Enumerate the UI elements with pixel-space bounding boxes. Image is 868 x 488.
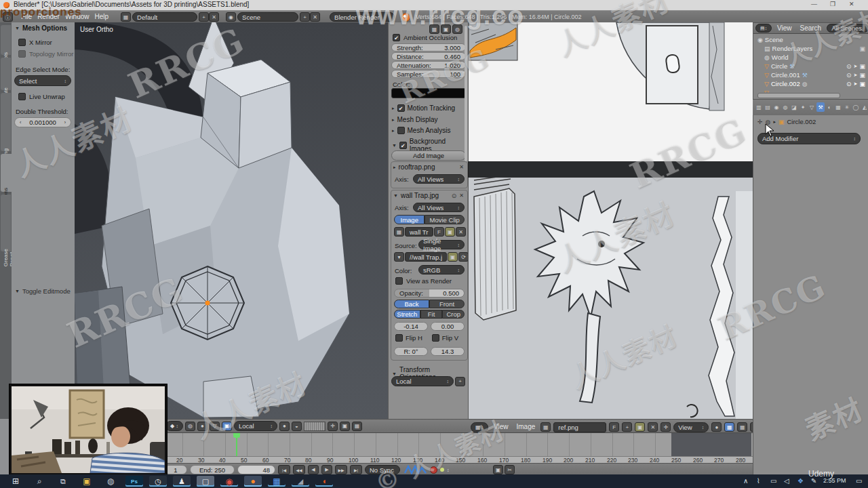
outliner-row-circle-002[interactable]: ▽ Circle.002 ◍ ⊙ ➤ ▣ — [764, 79, 865, 88]
tab-tools[interactable]: Tools — [1, 25, 11, 55]
properties-tab-icon[interactable]: ◪ — [790, 102, 798, 112]
scene-select[interactable]: Scene — [237, 12, 298, 22]
menu-search[interactable]: Search — [797, 24, 825, 33]
taskbar-app-icon[interactable]: ⌕ — [31, 476, 48, 487]
properties-tab-icon[interactable]: ▦ — [834, 102, 842, 112]
browse-image-icon[interactable]: ▦ — [540, 422, 551, 432]
live-unwrap-checkbox[interactable]: ✔ Live Unwrap — [18, 93, 65, 100]
edge-select-dropdown[interactable]: Select ↕ — [14, 75, 71, 86]
draw-mode-icon[interactable]: ◍ — [185, 422, 195, 431]
keying-dot[interactable] — [440, 468, 444, 472]
mesh-analysis-panel[interactable]: ▸ ✔ Mesh Analysis — [392, 127, 450, 134]
menu-help[interactable]: Help — [92, 11, 112, 23]
taskbar-app-icon[interactable]: ◢ — [292, 476, 309, 487]
outliner-scrollbar[interactable] — [757, 93, 840, 98]
select-icon[interactable]: ➤ — [854, 64, 858, 69]
viewport-3d[interactable]: User Ortho — [75, 22, 388, 419]
channel-rgba-icon[interactable]: ▦ — [737, 422, 747, 432]
fake-user-button[interactable]: F — [609, 422, 619, 432]
flip-h-checkbox[interactable]: ✔ Flip H — [395, 334, 422, 342]
unlink-icon[interactable]: ✕ — [456, 227, 466, 237]
properties-tab-icon[interactable]: ◍ — [781, 102, 789, 112]
open-image-icon[interactable]: ▣ — [445, 227, 455, 237]
eye-icon[interactable]: ⊙ — [846, 63, 852, 70]
tab-grease-pencil[interactable]: Grease Pencil — [1, 195, 11, 251]
taskbar-app-icon[interactable]: ▣ — [78, 476, 96, 487]
tray-chevron-icon[interactable]: ∧ — [743, 477, 748, 485]
minimize-icon[interactable]: — — [811, 1, 817, 7]
add-orientation-icon[interactable]: + — [455, 377, 465, 386]
operator-panel-header[interactable]: ▼ Toggle Editmode — [15, 287, 71, 295]
proportional-edit-icon[interactable]: ● — [279, 422, 290, 431]
remove-image-icon[interactable]: ✕ — [459, 164, 464, 170]
outliner-row-circle[interactable]: ▽ Circle ⚒ ⊙ ➤ ▣ — [764, 62, 865, 70]
tray-mic-icon[interactable]: ⌇ — [757, 477, 760, 485]
pivot-icon[interactable]: ● — [711, 422, 722, 432]
tab-shading-uvs[interactable]: Shading / UVs — [1, 93, 11, 151]
render-icon[interactable]: ▣ — [859, 72, 865, 79]
eye-icon[interactable]: ⊙ — [846, 81, 852, 87]
properties-tab-icon[interactable]: ◭ — [861, 102, 868, 112]
mesh-display-panel[interactable]: ▸ Mesh Display — [392, 116, 438, 123]
screen-layout-select[interactable]: Default — [132, 12, 197, 22]
properties-tab-icon[interactable]: ▽ — [808, 102, 816, 112]
browse-image-icon[interactable]: ▦ — [394, 227, 404, 237]
offset-x-field[interactable]: -0.14 — [394, 322, 428, 331]
checkbox-icon[interactable]: ✔ — [399, 142, 407, 149]
taskbar-app-icon[interactable]: ◍ — [102, 476, 119, 487]
number-slider[interactable]: Distance: 0.460 — [391, 52, 466, 60]
axis-dropdown[interactable]: All Views ↕ — [413, 174, 465, 184]
tray-dropbox-icon[interactable]: ❖ — [797, 477, 804, 485]
properties-tab-icon[interactable]: ✦ — [799, 102, 807, 112]
next-keyframe-button[interactable]: ▶▶ — [335, 465, 347, 474]
topology-mirror-checkbox[interactable]: ✔ Topology Mirror — [18, 50, 73, 58]
unlink-icon[interactable]: ✕ — [648, 422, 658, 432]
layers-grid[interactable] — [304, 422, 326, 431]
remove-image-icon[interactable]: ✕ — [459, 192, 464, 199]
layout-add-icon[interactable]: + — [199, 12, 209, 22]
source-dropdown[interactable]: Single Image ↕ — [418, 240, 465, 249]
face-select-icon[interactable]: ▣ — [222, 422, 232, 431]
scene-icon[interactable]: ◉ — [226, 12, 236, 22]
size-field[interactable]: 14.3 — [431, 347, 465, 356]
double-threshold-field[interactable]: ‹ 0.001000 › — [14, 117, 71, 127]
scene-delete-icon[interactable]: ✕ — [310, 12, 320, 22]
snap-magnet-icon[interactable]: ◒ — [292, 422, 302, 431]
open-file-icon[interactable]: ▣ — [448, 252, 458, 262]
motion-tracking-panel[interactable]: ▸ ✔ Motion Tracking — [392, 104, 455, 112]
render-toggle-icon[interactable]: ▣ — [859, 45, 865, 52]
end-frame-field[interactable]: End: 250 — [190, 465, 235, 474]
render-opengl-icon[interactable]: ▣ — [340, 422, 350, 431]
open-image-icon[interactable]: ▣ — [635, 422, 645, 432]
taskbar-app-icon[interactable]: ◉ — [220, 476, 238, 487]
maximize-icon[interactable]: ❐ — [830, 1, 835, 7]
mode-dropdown[interactable]: ◆ ↕ — [165, 421, 183, 431]
editor-type-button[interactable]: ▤ ↕ — [755, 24, 772, 33]
vertex-select-icon[interactable]: ● — [197, 422, 208, 431]
editor-type-button[interactable]: ▦ ↕ — [471, 422, 488, 432]
taskbar-app-icon[interactable]: ▢ — [197, 476, 214, 487]
properties-tab-icon[interactable]: ◐ — [825, 102, 833, 112]
movie-clip-tab[interactable]: Movie Clip — [425, 215, 465, 224]
new-image-icon[interactable]: + — [622, 422, 632, 432]
tray-monitor-icon[interactable]: ▭ — [770, 477, 776, 485]
image-editor-bottom[interactable] — [468, 178, 753, 419]
render-icon[interactable]: ▣ — [859, 63, 865, 70]
keying-set-dropdown-icon[interactable]: ↕ — [447, 468, 450, 472]
edge-select-icon[interactable]: ▽ — [210, 422, 220, 431]
close-icon[interactable]: ✕ — [849, 1, 854, 7]
outliner-row-circle-001[interactable]: ▽ Circle.001 ⚒ ⊙ ➤ ▣ — [764, 70, 865, 79]
render-icon[interactable]: ▣ — [859, 81, 865, 87]
add-image-button[interactable]: Add Image — [391, 150, 466, 161]
layout-delete-icon[interactable]: ✕ — [209, 12, 219, 22]
taskbar-app-icon[interactable]: Ps — [125, 476, 143, 487]
play-reverse-button[interactable]: ◀ — [308, 465, 319, 474]
display-scope-dropdown[interactable]: All Scenes — [827, 24, 868, 33]
taskbar-app-icon[interactable]: ♟ — [173, 476, 191, 487]
file-path-field[interactable]: //wall Trap.j... — [405, 252, 447, 262]
panel-expanded-icon[interactable]: ▼ — [393, 193, 398, 198]
reload-icon[interactable]: ⟳ — [458, 252, 469, 262]
play-button[interactable]: ▶ — [321, 465, 332, 474]
orientation-dropdown[interactable]: Local ↕ — [391, 376, 454, 386]
properties-tab-icon[interactable]: ⚒ — [816, 102, 825, 112]
